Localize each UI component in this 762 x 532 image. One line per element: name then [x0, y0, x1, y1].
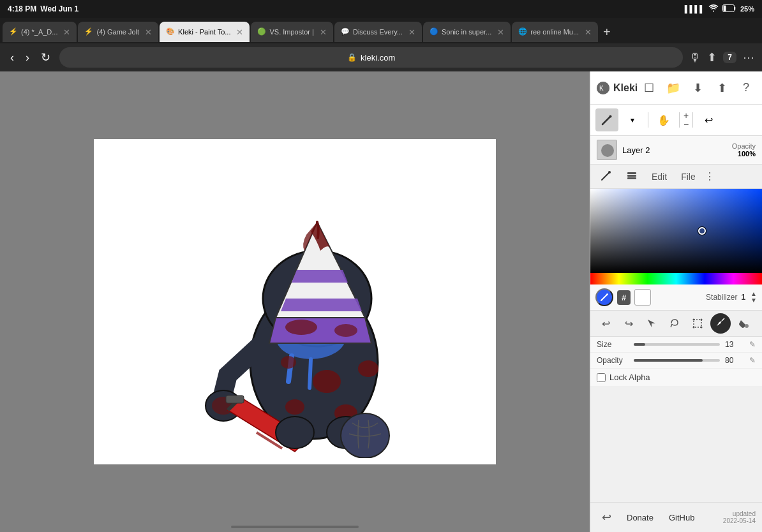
tab-5[interactable]: 💬 Discuss Every... ✕: [334, 22, 422, 42]
tab-4-icon: 🟢: [257, 27, 266, 36]
canvas-area[interactable]: [0, 71, 590, 532]
color-gradient[interactable]: [590, 189, 762, 273]
back-button[interactable]: ‹: [8, 48, 17, 67]
edit-menu-button[interactable]: Edit: [646, 169, 672, 184]
tab-1-label: (4) *_A_D...: [21, 28, 57, 36]
fill-tool-button[interactable]: [733, 313, 754, 334]
tab-7-close[interactable]: ✕: [585, 27, 592, 37]
zoom-out-button[interactable]: −: [684, 120, 689, 129]
svg-point-7: [285, 399, 304, 415]
address-field[interactable]: 🔒 kleki.com: [59, 47, 683, 68]
kleki-logo-text: Kleki: [613, 82, 638, 94]
secondary-tools: Edit File ⋮: [590, 165, 762, 189]
tab-2-close[interactable]: ✕: [145, 27, 152, 37]
undo-button[interactable]: ↩: [595, 313, 616, 334]
size-slider-track[interactable]: [634, 343, 720, 346]
right-panel: K Kleki ☐ 📁 ⬇ ⬆ ? ▼: [590, 71, 762, 532]
canvas-scrollbar[interactable]: [231, 526, 359, 528]
svg-point-21: [334, 324, 357, 337]
donate-button[interactable]: Donate: [622, 510, 659, 525]
zoom-in-button[interactable]: +: [684, 111, 689, 120]
more-options-button[interactable]: ⋮: [705, 170, 715, 182]
brush-tool-button[interactable]: [595, 108, 618, 131]
hue-bar[interactable]: [590, 273, 762, 284]
tool-divider-1: [648, 112, 648, 128]
brush-secondary-button[interactable]: [595, 167, 617, 186]
tab-6-label: Sonic in super...: [442, 28, 491, 36]
hex-color-button[interactable]: #: [617, 290, 631, 305]
hand-tool-button[interactable]: ✋: [652, 108, 675, 131]
svg-point-42: [745, 324, 749, 328]
github-button[interactable]: GitHub: [664, 510, 699, 525]
wifi-icon: [708, 4, 719, 13]
svg-point-8: [358, 360, 378, 377]
tab-5-close[interactable]: ✕: [408, 27, 415, 37]
arrow-tool-button[interactable]: [641, 313, 662, 334]
tab-3[interactable]: 🎨 Kleki - Paint To... ✕: [160, 22, 250, 42]
updated-info: updated 2022-05-14: [723, 510, 756, 524]
tab-6-close[interactable]: ✕: [497, 27, 504, 37]
tools-row: ▼ ✋ + − ↩: [590, 105, 762, 136]
brush-options: # Stabilizer 1 ▲ ▼: [590, 284, 762, 311]
svg-line-36: [671, 324, 672, 327]
redo-button[interactable]: ↪: [618, 313, 639, 334]
undo-header-button[interactable]: ↩: [697, 108, 720, 131]
tab-2[interactable]: ⚡ (4) Game Jolt ✕: [78, 22, 158, 42]
stabilizer-spinner[interactable]: ▲ ▼: [751, 291, 757, 304]
size-slider-row: Size 13 ✎: [590, 337, 762, 353]
open-file-button[interactable]: 📁: [664, 78, 683, 98]
drawing-canvas[interactable]: [129, 145, 461, 458]
size-slider-fill: [634, 343, 645, 346]
opacity-slider-fill: [634, 359, 703, 362]
tab-4[interactable]: 🟢 VS. Impostor | ✕: [251, 22, 333, 42]
share-button[interactable]: ⬆: [707, 50, 717, 64]
svg-marker-18: [292, 270, 348, 283]
zoom-controls: + −: [684, 111, 689, 129]
help-button[interactable]: ?: [736, 78, 756, 98]
brush-active-button[interactable]: [595, 288, 613, 306]
lock-alpha-checkbox[interactable]: [597, 373, 606, 382]
tab-count-badge[interactable]: 7: [723, 52, 736, 63]
svg-line-24: [602, 117, 610, 124]
svg-marker-35: [648, 320, 655, 327]
size-value: 13: [725, 340, 744, 349]
opacity-value: 100%: [732, 150, 756, 158]
opacity-slider-track[interactable]: [634, 359, 720, 362]
microphone-button[interactable]: 🎙: [689, 51, 701, 64]
battery-percent: 25%: [740, 5, 754, 13]
new-tab-button[interactable]: +: [599, 25, 615, 40]
file-menu-button[interactable]: File: [676, 169, 701, 184]
stabilizer-down-button[interactable]: ▼: [751, 297, 757, 304]
color-swatch[interactable]: [634, 289, 651, 306]
reload-button[interactable]: ↻: [38, 48, 53, 67]
layers-button[interactable]: [621, 167, 643, 186]
new-canvas-button[interactable]: ☐: [639, 78, 659, 98]
tab-7-label: ree online Mu...: [530, 28, 579, 36]
pen-tool-button[interactable]: [710, 313, 731, 334]
size-edit-button[interactable]: ✎: [749, 340, 756, 349]
tab-1[interactable]: ⚡ (4) *_A_D... ✕: [3, 22, 77, 42]
tab-6[interactable]: 🔵 Sonic in super... ✕: [423, 22, 511, 42]
svg-point-9: [281, 356, 296, 369]
updated-label: updated: [723, 510, 756, 517]
svg-rect-30: [627, 172, 636, 174]
opacity-value-display: 80: [725, 356, 744, 365]
browser-menu-button[interactable]: ⋯: [743, 50, 754, 64]
share-file-button[interactable]: ⬆: [712, 78, 731, 98]
tab-7[interactable]: 🌐 ree online Mu... ✕: [512, 22, 598, 42]
lasso-tool-button[interactable]: [664, 313, 685, 334]
svg-point-25: [609, 115, 612, 118]
forward-button[interactable]: ›: [23, 48, 32, 67]
tab-3-close[interactable]: ✕: [236, 27, 243, 37]
brush-dropdown-button[interactable]: ▼: [621, 115, 644, 125]
tab-5-icon: 💬: [341, 27, 350, 36]
opacity-edit-button[interactable]: ✎: [749, 356, 756, 365]
transform-tool-button[interactable]: [687, 313, 708, 334]
tab-4-close[interactable]: ✕: [320, 27, 327, 37]
tab-1-close[interactable]: ✕: [63, 27, 70, 37]
tab-1-icon: ⚡: [9, 27, 18, 36]
undo-bottom-button[interactable]: ↩: [597, 508, 616, 527]
color-gradient-dark: [590, 189, 762, 273]
save-file-button[interactable]: ⬇: [688, 78, 707, 98]
svg-rect-1: [723, 6, 726, 11]
